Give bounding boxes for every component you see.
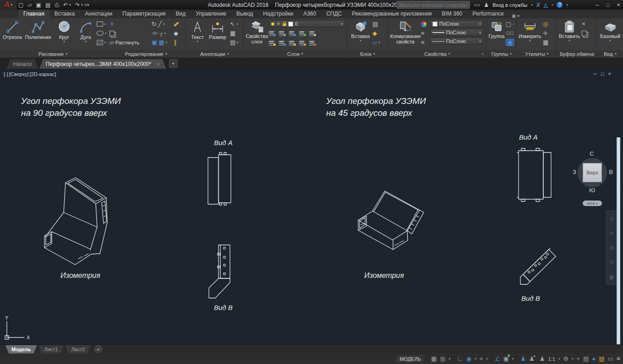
panel-label-layers[interactable]: Слои▾ xyxy=(244,50,347,58)
polyline-button[interactable]: Полилиния xyxy=(23,18,53,49)
panel-label-properties[interactable]: Свойства▾» xyxy=(388,50,486,58)
a360-caret-icon[interactable]: ▾ xyxy=(552,3,553,7)
block-attrib-tool[interactable]: ▱▾ xyxy=(372,38,380,46)
group-selection-toggle[interactable]: ▣ xyxy=(506,38,515,46)
drawing-title-left[interactable]: Угол перфокора УЗЭМИ на 90 градусов ввер… xyxy=(21,95,121,119)
hatch-tool[interactable]: ▾ xyxy=(97,38,107,46)
app-menu-button[interactable]: A▾ xyxy=(0,0,16,10)
nav-orbit-icon[interactable]: ↻ xyxy=(609,259,614,266)
close-icon[interactable]: × xyxy=(617,1,620,8)
circle-button[interactable]: Круг ▾ xyxy=(53,18,76,49)
nav-wheel-icon[interactable]: ◎ xyxy=(609,215,614,222)
calculator-tool[interactable]: ▦ xyxy=(543,38,548,46)
maximize-icon[interactable]: □ xyxy=(607,2,610,8)
layer-tool-icon[interactable] xyxy=(309,31,315,36)
file-tab-start[interactable]: Начало xyxy=(6,59,38,69)
file-tab-drawing[interactable]: Перфокор четырех...ЭМИ 400x100x2000* × xyxy=(39,59,166,69)
erase-tool[interactable] xyxy=(174,20,186,28)
wcs-menu-button[interactable]: МСК▾ xyxy=(583,201,602,206)
fillet-icon[interactable]: ╭ xyxy=(159,30,163,36)
mirror-icon[interactable]: ◁▷ xyxy=(152,30,158,36)
move-tool[interactable]: ✛ xyxy=(109,20,149,28)
units-icon[interactable]: ▤ xyxy=(583,353,589,364)
isodraft-icon[interactable]: × xyxy=(480,353,483,364)
match-properties-button[interactable]: Копирование свойств xyxy=(390,18,421,49)
arc-button[interactable]: Дуга ▾ xyxy=(76,18,96,49)
save-icon[interactable]: ▣ xyxy=(36,2,41,8)
help-icon[interactable]: ? xyxy=(557,2,563,8)
stretch-tool[interactable]: ▱Растянуть xyxy=(109,38,149,46)
osnap-tracking-icon[interactable]: ∠ xyxy=(495,353,500,364)
clean-screen-icon[interactable]: ▭ xyxy=(608,353,613,364)
tab-view[interactable]: Вид xyxy=(171,10,191,18)
linetype-dropdown[interactable]: ПоСлою ▾ xyxy=(430,38,483,45)
tab-manage[interactable]: Управление xyxy=(191,10,231,18)
panel-label-annotate[interactable]: Аннотации▾ xyxy=(186,50,243,58)
viewcube-south[interactable]: Ю xyxy=(589,187,595,194)
iso-90-elbow-drawing[interactable] xyxy=(39,175,115,269)
insert-block-button[interactable]: Вставка ▾ xyxy=(350,18,372,49)
navigation-bar[interactable]: ◎ ✛ ⊕ ↻ ▣ xyxy=(606,211,617,285)
annotation-visibility-icon[interactable]: ♟ xyxy=(520,353,526,364)
explode-tool[interactable]: ◆ xyxy=(174,29,186,37)
layer-properties-button[interactable]: Свойства слоя xyxy=(245,18,269,49)
viewcube-top-face[interactable]: Верх xyxy=(583,163,602,182)
sign-in-caret-icon[interactable]: ▾ xyxy=(531,3,533,7)
ellipse-tool[interactable]: ▾ xyxy=(97,29,107,37)
ortho-mode-icon[interactable]: ∟ xyxy=(457,353,463,364)
ucs-icon[interactable]: Y X xyxy=(2,315,34,342)
base-view-button[interactable]: Базовый ▾ xyxy=(599,18,621,49)
lineweight-list-tool[interactable]: ≡ xyxy=(421,29,430,37)
view-a-drawing-left[interactable] xyxy=(206,152,245,209)
customization-menu-icon[interactable]: ≡ xyxy=(617,353,620,364)
nav-zoom-icon[interactable]: ⊕ xyxy=(609,244,614,251)
tab-parametric[interactable]: Параметризация xyxy=(117,10,170,18)
panel-label-clipboard[interactable]: Буфер обмена xyxy=(557,50,596,58)
layer-dropdown[interactable]: ☀ 0 ▾ xyxy=(269,20,345,27)
annotation-extra-tool[interactable]: ▤▾ xyxy=(230,38,239,46)
nav-pan-icon[interactable]: ✛ xyxy=(609,230,614,236)
copy-tool[interactable] xyxy=(109,29,149,37)
ribbon-display-toggle-icon[interactable]: ▣ ▾ xyxy=(512,13,519,18)
layer-tool-icon[interactable] xyxy=(279,31,285,36)
layout-tab-sheet1[interactable]: Лист1 xyxy=(38,345,64,353)
line-button[interactable]: Отрезок xyxy=(1,18,23,49)
tab-output[interactable]: Вывод xyxy=(231,10,258,18)
tab-home[interactable]: Главная xyxy=(18,10,49,18)
help-caret-icon[interactable]: ▾ xyxy=(566,3,568,7)
redo-icon[interactable]: ↷ xyxy=(75,2,80,8)
annotation-scale-icon[interactable]: ♟ xyxy=(540,353,545,364)
tab-featured-apps[interactable]: Рекомендованные приложения xyxy=(347,10,437,18)
viewcube-north[interactable]: С xyxy=(590,150,594,157)
table-tool[interactable]: ▦ xyxy=(230,29,239,37)
paste-button[interactable]: Вставить ▾ xyxy=(559,18,580,49)
viewcube-east[interactable]: В xyxy=(609,168,613,175)
view-a-drawing-right[interactable] xyxy=(512,147,558,206)
group-button[interactable]: Группа xyxy=(488,18,505,49)
new-drawing-tab-button[interactable]: + xyxy=(169,59,178,68)
nav-motion-icon[interactable]: ▣ xyxy=(609,274,614,280)
layer-tool-icon[interactable] xyxy=(289,31,295,36)
model-space-button[interactable]: МОДЕЛЬ xyxy=(396,355,424,363)
layer-tool-icon[interactable] xyxy=(299,41,305,45)
layer-tool-icon[interactable] xyxy=(269,31,275,36)
qat-customize-icon[interactable]: ≡▾ xyxy=(84,2,89,7)
quick-select-tool[interactable]: ✛ xyxy=(543,29,548,37)
trim-icon[interactable]: ╱ xyxy=(158,21,162,27)
drawing-canvas[interactable]: [-] [Сверху] [2D-каркас] ─ □ × Угол перф… xyxy=(0,69,623,344)
undo-caret-icon[interactable]: ▾ xyxy=(69,3,71,7)
panel-label-groups[interactable]: Группы▾ xyxy=(487,50,516,58)
measure-button[interactable]: Измерить ▾ xyxy=(519,18,541,49)
viewport-menu-button[interactable]: [-] xyxy=(4,71,8,77)
object-snap-icon[interactable]: ▣ xyxy=(503,353,508,364)
tab-insert[interactable]: Вставка xyxy=(49,10,80,18)
close-tab-icon[interactable]: × xyxy=(157,61,159,67)
grid-display-icon[interactable]: ▦ xyxy=(431,353,437,364)
redo-caret-icon[interactable]: ▾ xyxy=(81,3,83,7)
new-file-icon[interactable]: ▢ xyxy=(18,2,23,8)
layer-tool-icon[interactable] xyxy=(289,41,295,45)
snap-mode-icon[interactable]: ▦ xyxy=(440,353,445,364)
graphics-performance-icon[interactable]: ● xyxy=(592,353,596,364)
group-edit-tool[interactable]: ▢✓ xyxy=(506,20,515,28)
tab-bim360[interactable]: BIM 360 xyxy=(437,10,468,18)
